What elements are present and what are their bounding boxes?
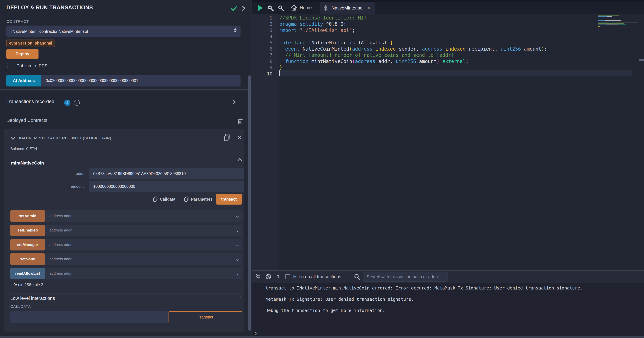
code-line: interface INativeMinter is IAllowList { bbox=[279, 40, 393, 46]
setadmin-expand-icon[interactable]: ⌄ bbox=[235, 213, 240, 219]
setenabled-button[interactable]: setEnabled bbox=[10, 224, 45, 236]
function-row-setenabled: setEnabled ⌄ bbox=[10, 224, 242, 236]
function-collapse-icon[interactable] bbox=[237, 158, 243, 162]
clear-console-icon[interactable] bbox=[265, 273, 272, 280]
bottom-scrollbar[interactable] bbox=[0, 336, 644, 338]
terminal-log-line: Debug the transaction to get more inform… bbox=[266, 308, 385, 313]
line-number: 10 bbox=[252, 71, 272, 77]
editor-tab-bar: Home INativeMinter.sol ✕ bbox=[252, 2, 644, 14]
addr-label: addr: bbox=[56, 172, 84, 176]
setadmin-button[interactable]: setAdmin bbox=[10, 210, 45, 222]
tab-file-label: INativeMinter.sol bbox=[330, 5, 364, 11]
solidity-icon bbox=[324, 5, 328, 12]
setnone-input[interactable] bbox=[45, 254, 228, 265]
line-number: 9 bbox=[252, 64, 272, 71]
zoom-in-icon[interactable] bbox=[277, 4, 284, 12]
calldata-copy-label: Calldata bbox=[160, 197, 175, 202]
setenabled-input[interactable] bbox=[45, 224, 228, 236]
pending-tx-count: 0 bbox=[276, 274, 279, 280]
contract-select[interactable]: INativeMinter - contracts/INativeMinter.… bbox=[6, 26, 240, 37]
setmanager-expand-icon[interactable]: ⌄ bbox=[235, 242, 240, 248]
editor-top-strip bbox=[252, 0, 644, 2]
terminal-collapse-icon[interactable] bbox=[255, 273, 262, 280]
output-index: 0: bbox=[14, 282, 17, 287]
amount-label: amount: bbox=[56, 184, 84, 189]
code-content[interactable]: 1//SPDX-License-Identifier: MIT2pragma s… bbox=[252, 14, 644, 270]
deploy-button[interactable]: Deploy bbox=[6, 49, 38, 59]
code-line: function mintNativeCoin(address addr, ui… bbox=[279, 58, 468, 64]
run-script-icon[interactable] bbox=[258, 5, 263, 11]
low-level-transact-button[interactable]: Transact bbox=[168, 311, 242, 323]
deploy-run-panel: DEPLOY & RUN TRANSACTIONS CONTRACT INati… bbox=[0, 0, 252, 338]
tab-close-icon[interactable]: ✕ bbox=[367, 6, 370, 10]
transactions-recorded-label: Transactions recorded bbox=[6, 99, 54, 104]
tab-inativeminter[interactable]: INativeMinter.sol ✕ bbox=[320, 2, 375, 14]
copy-address-icon[interactable] bbox=[224, 134, 230, 142]
at-address-input[interactable] bbox=[41, 75, 240, 86]
listen-transactions-checkbox[interactable] bbox=[285, 274, 290, 279]
code-line: event NativeCoinMinted(address indexed s… bbox=[279, 46, 547, 52]
readallowlist-button[interactable]: readAllowList bbox=[10, 268, 45, 279]
deployed-contracts-title: Deployed Contracts bbox=[6, 118, 47, 123]
readallowlist-input[interactable] bbox=[45, 268, 228, 279]
contract-select-value: INativeMinter - contracts/INativeMinter.… bbox=[11, 29, 88, 34]
transactions-expand-icon[interactable] bbox=[232, 99, 236, 105]
transact-button[interactable]: transact bbox=[216, 194, 242, 204]
code-line: // Mint [amount] number of native coins … bbox=[279, 52, 454, 58]
code-line: pragma solidity ^0.8.0; bbox=[279, 21, 346, 27]
setadmin-input[interactable] bbox=[45, 210, 228, 222]
parameters-copy-button[interactable]: Parameters bbox=[184, 196, 212, 202]
function-name[interactable]: mintNativeCoin bbox=[11, 160, 44, 166]
tab-home-label: Home bbox=[300, 5, 312, 10]
title-underline bbox=[6, 14, 136, 14]
instance-balance: Balance: 0 ETH bbox=[10, 146, 37, 151]
line-number: 3 bbox=[252, 27, 272, 34]
panel-scrollbar[interactable] bbox=[248, 75, 251, 331]
editor-minimap[interactable] bbox=[598, 15, 639, 36]
evm-version-badge: evm version: shanghai bbox=[6, 40, 55, 47]
terminal-log-line: transact to INativeMinter.mintNativeCoin… bbox=[266, 286, 585, 290]
setnone-button[interactable]: setNone bbox=[10, 254, 45, 265]
calldata-copy-button[interactable]: Calldata bbox=[153, 196, 175, 202]
terminal-prompt[interactable]: > bbox=[255, 331, 258, 336]
divider bbox=[10, 293, 242, 294]
setnone-expand-icon[interactable]: ⌄ bbox=[235, 256, 240, 262]
function-row-setadmin: setAdmin ⌄ bbox=[10, 210, 242, 222]
setmanager-button[interactable]: setManager bbox=[10, 239, 45, 250]
addr-input[interactable] bbox=[89, 168, 244, 179]
code-line: //SPDX-License-Identifier: MIT bbox=[279, 15, 367, 21]
line-number: 1 bbox=[252, 15, 272, 21]
readallowlist-expand-icon[interactable]: ⌄ bbox=[235, 270, 240, 276]
zoom-out-icon[interactable] bbox=[267, 4, 274, 12]
setenabled-expand-icon[interactable]: ⌄ bbox=[235, 227, 240, 233]
trash-icon[interactable] bbox=[238, 118, 243, 124]
function-row-readallowlist: readAllowList ⌄ bbox=[10, 268, 242, 279]
low-level-calldata-input[interactable] bbox=[10, 311, 168, 323]
line-number: 4 bbox=[252, 34, 272, 40]
calldata-label: CALLDATA bbox=[10, 304, 31, 309]
instance-collapse-icon[interactable] bbox=[10, 136, 16, 140]
remove-instance-icon[interactable]: ✕ bbox=[238, 135, 242, 140]
tab-home[interactable]: Home bbox=[290, 4, 312, 11]
transactions-count-badge: 2 bbox=[64, 100, 70, 106]
instance-header[interactable]: INATIVEMINTER AT 0X020...00001 (BLOCKCHA… bbox=[19, 136, 111, 140]
terminal-search-input[interactable] bbox=[362, 272, 448, 282]
setmanager-input[interactable] bbox=[45, 239, 228, 250]
publish-ipfs-checkbox[interactable] bbox=[7, 63, 12, 68]
check-icon bbox=[231, 5, 238, 12]
output-value: uint256: role 3 bbox=[18, 282, 43, 287]
select-arrows-icon bbox=[234, 28, 237, 32]
line-number: 2 bbox=[252, 21, 272, 27]
panel-title: DEPLOY & RUN TRANSACTIONS bbox=[6, 4, 93, 11]
remix-ide-window: DEPLOY & RUN TRANSACTIONS CONTRACT INati… bbox=[0, 0, 644, 338]
text-cursor bbox=[279, 70, 280, 76]
at-address-button[interactable]: At Address bbox=[6, 75, 41, 86]
code-line: import "./IAllowList.sol"; bbox=[279, 27, 355, 34]
editor-scrollbar-handle[interactable] bbox=[639, 59, 644, 61]
transactions-info-icon[interactable]: i bbox=[74, 100, 80, 106]
function-output: 0: uint256: role 3 bbox=[14, 282, 43, 287]
code-line: } bbox=[279, 64, 282, 71]
low-level-info-icon[interactable]: i bbox=[240, 294, 241, 300]
collapse-panel-icon[interactable] bbox=[241, 5, 246, 12]
amount-input[interactable] bbox=[89, 181, 244, 192]
